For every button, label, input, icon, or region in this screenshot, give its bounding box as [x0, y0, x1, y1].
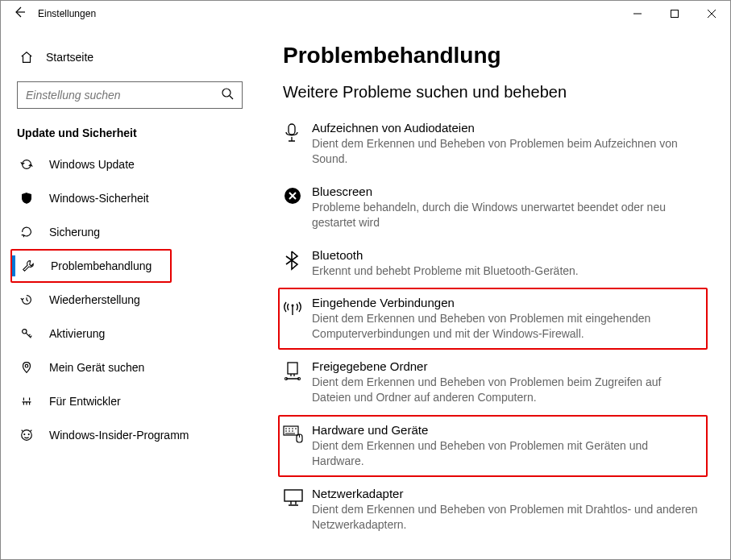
maximize-button[interactable] — [656, 1, 693, 27]
troubleshoot-item-network-adapter[interactable]: Netzwerkadapter Dient dem Erkennen und B… — [283, 487, 698, 533]
svg-rect-15 — [285, 490, 302, 501]
troubleshoot-item-hardware-devices[interactable]: Hardware und Geräte Dient dem Erkennen u… — [283, 423, 698, 469]
svg-point-3 — [25, 364, 28, 367]
back-button[interactable] — [1, 6, 38, 22]
main-panel: Problembehandlung Weitere Probleme suche… — [259, 27, 730, 560]
nav-label: Aktivierung — [49, 327, 105, 340]
troubleshoot-label: Hardware und Geräte — [312, 423, 698, 437]
developer-icon — [17, 394, 36, 409]
troubleshoot-item-bluescreen[interactable]: Bluescreen Probleme behandeln, durch die… — [283, 185, 698, 230]
troubleshoot-desc: Dient dem Erkennen und Beheben von Probl… — [312, 438, 698, 469]
troubleshoot-desc: Dient dem Erkennen und Beheben von Probl… — [312, 375, 698, 405]
svg-rect-10 — [288, 363, 297, 374]
nav-label: Windows-Insider-Programm — [49, 429, 189, 442]
search-icon — [221, 87, 234, 103]
minimize-button[interactable] — [619, 1, 656, 27]
antenna-icon — [283, 296, 312, 342]
troubleshoot-label: Bluescreen — [312, 185, 698, 198]
svg-point-4 — [22, 430, 32, 441]
nav-label: Mein Gerät suchen — [49, 361, 144, 374]
search-input[interactable] — [26, 89, 221, 102]
wrench-icon — [19, 259, 38, 273]
nav-label: Sicherung — [49, 226, 100, 239]
svg-rect-0 — [671, 10, 679, 18]
nav-label: Wiederherstellung — [49, 293, 140, 306]
shield-icon — [17, 191, 36, 205]
troubleshoot-label: Aufzeichnen von Audiodateien — [312, 121, 698, 135]
sidebar-item-activation[interactable]: Aktivierung — [1, 317, 259, 351]
home-label: Startseite — [46, 51, 93, 64]
sidebar-item-windows-update[interactable]: Windows Update — [1, 147, 259, 181]
svg-rect-7 — [289, 124, 295, 135]
insider-icon — [17, 428, 36, 442]
close-button[interactable] — [693, 1, 730, 27]
troubleshoot-item-audio-recording[interactable]: Aufzeichnen von Audiodateien Dient dem E… — [283, 121, 698, 167]
troubleshoot-desc: Erkennt und behebt Probleme mit Bluetoot… — [312, 263, 698, 279]
troubleshoot-desc: Dient dem Erkennen und Beheben von Probl… — [312, 502, 698, 533]
troubleshoot-label: Bluetooth — [312, 248, 698, 262]
titlebar: Einstellungen — [1, 1, 730, 27]
svg-point-5 — [23, 433, 25, 435]
troubleshoot-label: Eingehende Verbindungen — [312, 296, 698, 309]
svg-point-9 — [292, 305, 294, 307]
svg-point-6 — [28, 433, 30, 435]
shared-folder-icon — [283, 359, 312, 405]
troubleshoot-desc: Dient dem Erkennen und Beheben von Probl… — [312, 136, 698, 167]
page-subheading: Weitere Probleme suchen und beheben — [283, 83, 698, 102]
troubleshoot-label: Netzwerkadapter — [312, 487, 698, 500]
troubleshoot-item-shared-folders[interactable]: Freigegebene Ordner Dient dem Erkennen u… — [283, 359, 698, 405]
bluetooth-icon — [283, 248, 312, 279]
sidebar-item-insider[interactable]: Windows-Insider-Programm — [1, 418, 259, 452]
group-header: Update und Sicherheit — [1, 122, 259, 147]
sidebar-item-windows-security[interactable]: Windows-Sicherheit — [1, 181, 259, 215]
key-icon — [17, 326, 36, 341]
sidebar-item-recovery[interactable]: Wiederherstellung — [1, 283, 259, 317]
sync-icon — [17, 157, 36, 172]
troubleshoot-item-incoming-connections[interactable]: Eingehende Verbindungen Dient dem Erkenn… — [283, 296, 698, 342]
highlight-box: Hardware und Geräte Dient dem Erkennen u… — [278, 415, 708, 477]
sidebar-item-find-device[interactable]: Mein Gerät suchen — [1, 351, 259, 384]
troubleshoot-item-bluetooth[interactable]: Bluetooth Erkennt und behebt Probleme mi… — [283, 248, 698, 279]
microphone-icon — [283, 121, 312, 167]
search-box[interactable] — [17, 81, 243, 109]
home-icon — [17, 50, 36, 64]
recovery-icon — [17, 292, 36, 307]
sidebar-item-troubleshoot[interactable]: Problembehandlung — [10, 249, 172, 283]
page-heading: Problembehandlung — [283, 43, 698, 68]
sidebar-item-backup[interactable]: Sicherung — [1, 215, 259, 249]
nav-label: Problembehandlung — [51, 259, 152, 272]
nav-label: Windows Update — [49, 158, 135, 171]
home-link[interactable]: Startseite — [1, 41, 259, 73]
svg-point-1 — [222, 89, 231, 97]
monitor-icon — [283, 487, 312, 533]
highlight-box: Eingehende Verbindungen Dient dem Erkenn… — [278, 288, 708, 350]
location-icon — [17, 360, 36, 375]
troubleshoot-label: Freigegebene Ordner — [312, 359, 698, 373]
nav-label: Für Entwickler — [49, 395, 121, 408]
nav-label: Windows-Sicherheit — [49, 192, 149, 205]
troubleshoot-desc: Probleme behandeln, durch die Windows un… — [312, 200, 698, 230]
error-circle-icon — [283, 185, 312, 230]
window-title: Einstellungen — [38, 8, 96, 19]
keyboard-mouse-icon — [283, 423, 312, 469]
sidebar-item-developers[interactable]: Für Entwickler — [1, 384, 259, 418]
troubleshoot-desc: Dient dem Erkennen und Beheben von Probl… — [312, 311, 698, 342]
backup-icon — [17, 225, 36, 239]
sidebar: Startseite Update und Sicherheit Windows… — [1, 27, 259, 560]
